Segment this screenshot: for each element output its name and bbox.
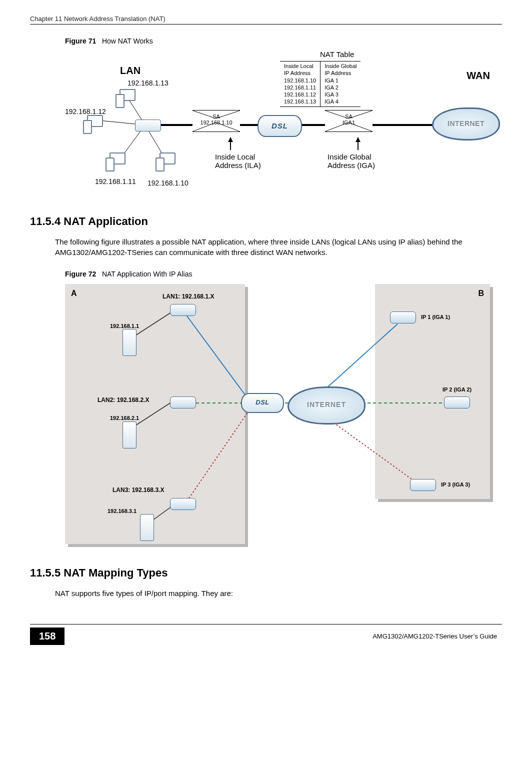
pc-icon [85,115,105,138]
srv1-ip: 192.168.1.1 [110,323,139,329]
server-icon [122,422,136,448]
section-11-5-5-paragraph: NAT supports five types of IP/port mappi… [55,588,497,599]
pc-ip-bl: 192.168.1.11 [95,178,136,186]
internet-icon: INTERNET [288,386,366,424]
nat-col-local: Inside Local IP Address 192.168.1.10 192… [280,62,320,106]
pc-icon [158,152,178,175]
nat-row: 192.168.1.12 [284,91,316,98]
nat-row: IGA 4 [324,98,356,105]
col2-hdr: Inside Global [324,62,356,70]
ila-text: Inside Local Address (ILA) [215,152,261,170]
nat-row: 192.168.1.10 [284,77,316,84]
figure71-title: How NAT Works [102,37,153,45]
arrow-iga [358,138,358,150]
dsl-icon: DSL [241,393,284,413]
figure71-caption: Figure 71 How NAT Works [65,37,502,45]
section-11-5-4-paragraph: The following figure illustrates a possi… [55,237,497,258]
section-11-5-4-heading: 11.5.4 NAT Application [30,215,502,228]
router-icon [170,304,196,316]
panel-a-tag: A [71,289,77,298]
nat-row: IGA 1 [324,77,356,84]
figure72-label: Figure 72 [65,270,96,278]
arrow-ila [230,138,231,150]
ip2-label: IP 2 (IGA 2) [442,386,472,392]
nat-row: 192.168.1.13 [284,98,316,105]
ip1-label: IP 1 (IGA 1) [421,314,450,320]
pc-icon [118,89,138,112]
router-icon [390,312,416,324]
figure72-diagram: A B LAN1: 192.168.1.X LAN2: 192.168.2.X … [65,284,490,549]
router-icon [410,479,436,491]
router-icon [170,498,196,510]
ip3-label: IP 3 (IGA 3) [441,482,470,488]
switch-icon [135,120,161,132]
nat-col-global: Inside Global IP Address IGA 1 IGA 2 IGA… [320,62,360,106]
col1-sub: IP Address [284,70,316,76]
section-11-5-5-heading: 11.5.5 NAT Mapping Types [30,566,502,580]
nat-row: IGA 2 [324,84,356,91]
lan1-label: LAN1: 192.168.1.X [162,293,214,300]
server-icon [122,329,136,356]
router-icon [444,396,470,408]
server-icon [140,514,154,541]
page-number: 158 [30,628,64,645]
router-icon [170,396,196,408]
figure71-label: Figure 71 [65,37,96,45]
pc-ip-top: 192.168.1.13 [128,79,168,87]
packet-ila: SA 192.168.1.10 [192,110,240,132]
page-footer: 158 AMG1302/AMG1202-TSeries User’s Guide [30,624,502,645]
nat-row: IGA 3 [324,91,356,98]
col1-hdr: Inside Local [284,62,316,70]
figure72-caption: Figure 72 NAT Application With IP Alias [65,270,502,278]
panel-a: A [65,284,245,544]
srv2-ip: 192.168.2.1 [110,415,139,421]
pc-ip-br: 192.168.1.10 [148,179,188,187]
lan-label: LAN [120,65,140,76]
lan3-label: LAN3: 192.168.3.X [112,486,164,494]
lan2-label: LAN2: 192.168.2.X [98,396,149,404]
running-header: Chapter 11 Network Address Translation (… [30,15,502,24]
nat-table-heading: NAT Table [320,50,354,58]
iga-text: Inside Global Address (IGA) [328,152,375,170]
nat-table: Inside Local IP Address 192.168.1.10 192… [280,61,360,107]
wan-label: WAN [466,70,490,82]
internet-icon: INTERNET [432,108,500,140]
panel-b-tag: B [478,289,484,298]
figure72-title: NAT Application With IP Alias [102,270,192,278]
figure71-diagram: LAN WAN NAT Table Inside Local IP Addres… [80,50,495,195]
nat-row: 192.168.1.11 [284,84,316,91]
col2-sub: IP Address [324,70,356,76]
pc-icon [108,152,128,175]
dsl-icon: DSL [258,115,302,137]
guide-title: AMG1302/AMG1202-TSeries User’s Guide [372,632,497,640]
packet-iga: SA IGA1 [325,110,372,132]
srv3-ip: 192.168.3.1 [108,508,136,514]
pc-ip-left: 192.168.1.12 [65,108,106,116]
